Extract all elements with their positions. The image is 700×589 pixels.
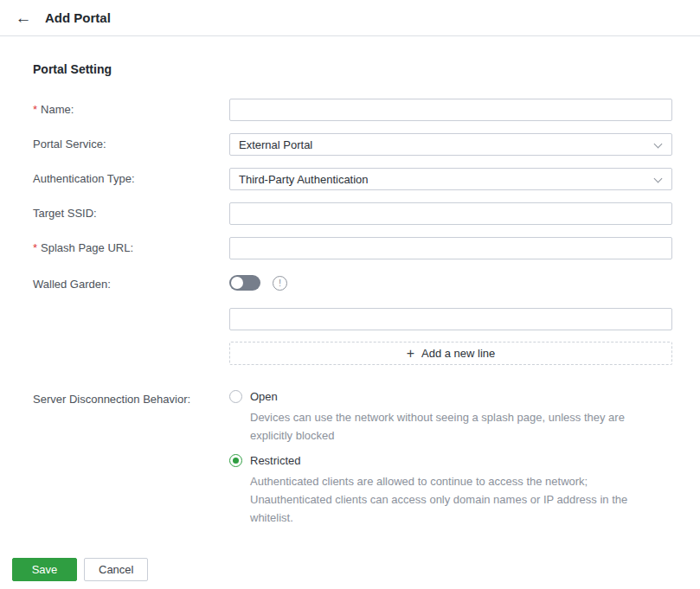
radio-option-open[interactable]: Open [229,390,672,403]
walled-garden-entry-input[interactable] [229,308,672,330]
required-asterisk: * [33,103,37,116]
splash-url-label-text: Splash Page URL: [41,241,133,254]
field-row-name: *Name: [33,99,700,121]
add-portal-page: ← Add Portal Portal Setting *Name: Porta… [0,0,700,589]
auth-type-value: Third-Party Authentication [239,173,369,186]
add-new-line-button[interactable]: + Add a new line [229,342,672,365]
radio-option-restricted[interactable]: Restricted [229,454,672,467]
target-ssid-input[interactable] [229,202,672,225]
back-arrow-icon[interactable]: ← [13,8,34,29]
save-button[interactable]: Save [12,558,77,581]
name-label: *Name: [33,99,229,121]
portal-form: *Name: Portal Service: External Portal A… [33,99,700,527]
page-header: ← Add Portal [0,0,700,36]
field-row-server-disconnection: Server Disconnection Behavior: Open Devi… [33,390,700,527]
portal-service-value: External Portal [239,138,312,151]
splash-url-label: *Splash Page URL: [33,237,229,259]
toggle-knob [231,277,243,289]
portal-service-label: Portal Service: [33,133,229,156]
add-new-line-label: Add a new line [421,347,495,360]
cancel-button[interactable]: Cancel [84,558,148,581]
field-row-target-ssid: Target SSID: [33,202,700,225]
walled-garden-label: Walled Garden: [33,272,229,296]
name-input[interactable] [229,99,672,121]
chevron-down-icon [654,175,663,183]
server-disconnection-label: Server Disconnection Behavior: [33,390,229,407]
field-row-auth-type: Authentication Type: Third-Party Authent… [33,168,700,190]
portal-setting-section: Portal Setting *Name: Portal Service: Ex… [0,36,700,527]
walled-garden-toggle[interactable] [229,275,260,291]
chevron-down-icon [654,140,663,149]
radio-label-open: Open [250,390,278,403]
section-title: Portal Setting [33,62,700,76]
field-row-splash-url: *Splash Page URL: [33,237,700,259]
field-row-portal-service: Portal Service: External Portal [33,133,700,156]
radio-description-open: Devices can use the network without seei… [250,408,658,445]
name-label-text: Name: [41,103,74,116]
radio-label-restricted: Restricted [250,454,301,467]
radio-icon-restricted [229,454,242,467]
required-asterisk: * [33,241,37,254]
radio-description-restricted: Authenticated clients are allowed to con… [250,472,658,527]
portal-service-select[interactable]: External Portal [229,133,672,156]
field-row-walled-garden: Walled Garden: ! + Add a new line [33,272,700,390]
form-actions: Save Cancel [12,558,700,581]
page-title: Add Portal [45,10,111,25]
target-ssid-label: Target SSID: [33,202,229,225]
auth-type-select[interactable]: Third-Party Authentication [229,168,672,190]
plus-icon: + [407,346,414,362]
auth-type-label: Authentication Type: [33,168,229,190]
splash-url-input[interactable] [229,237,672,259]
info-icon[interactable]: ! [273,276,287,291]
radio-icon-open [229,390,242,403]
